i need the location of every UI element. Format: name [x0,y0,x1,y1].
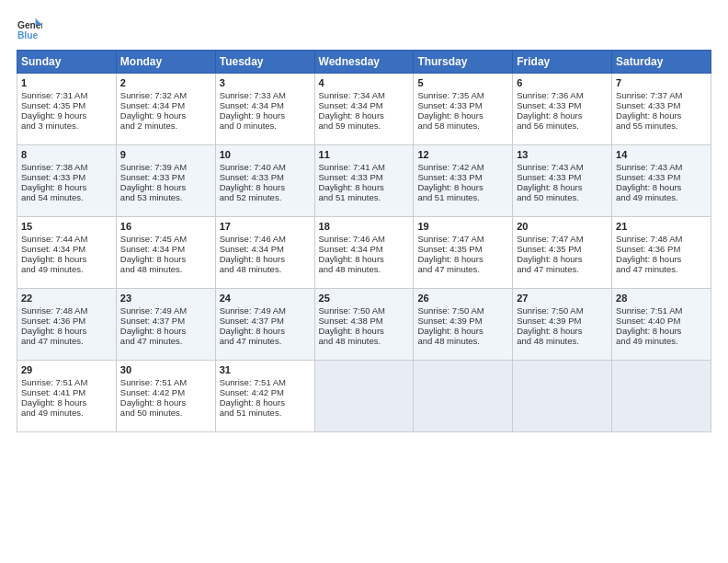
calendar-cell: 4Sunrise: 7:34 AMSunset: 4:34 PMDaylight… [314,74,414,145]
cell-info-line: Daylight: 8 hours [220,397,311,408]
week-row-2: 8Sunrise: 7:38 AMSunset: 4:33 PMDaylight… [17,145,711,217]
cell-info-line: Sunset: 4:34 PM [120,244,211,254]
cell-info-line: Sunset: 4:37 PM [220,316,311,326]
cell-info-line: and 49 minutes. [21,408,112,418]
column-header-saturday: Saturday [612,51,711,74]
calendar-cell [414,361,513,432]
cell-info-line: Sunset: 4:39 PM [517,316,608,326]
day-number: 7 [616,77,707,88]
cell-info-line: and 47 minutes. [517,264,608,274]
calendar-cell: 30Sunrise: 7:51 AMSunset: 4:42 PMDayligh… [116,361,215,432]
column-header-sunday: Sunday [17,51,117,74]
cell-info-line: Sunrise: 7:46 AM [319,234,410,244]
cell-info-line: and 52 minutes. [220,192,311,202]
calendar-table: SundayMondayTuesdayWednesdayThursdayFrid… [17,50,711,432]
cell-info-line: and 49 minutes. [616,192,707,202]
day-number: 5 [417,77,508,88]
cell-info-line: Sunrise: 7:50 AM [417,305,508,316]
cell-info-line: Sunrise: 7:47 AM [417,234,508,244]
cell-info-line: Sunrise: 7:39 AM [120,162,211,172]
cell-info-line: Daylight: 8 hours [120,326,211,336]
cell-info-line: Sunset: 4:33 PM [220,172,311,182]
day-number: 17 [220,221,311,232]
cell-info-line: Sunrise: 7:42 AM [417,162,508,172]
cell-info-line: Daylight: 8 hours [417,326,508,336]
column-header-wednesday: Wednesday [314,51,414,74]
cell-info-line: and 47 minutes. [21,336,112,346]
cell-info-line: Sunrise: 7:36 AM [517,90,608,100]
cell-info-line: and 48 minutes. [517,336,608,346]
calendar-cell: 13Sunrise: 7:43 AMSunset: 4:33 PMDayligh… [513,145,612,217]
cell-info-line: Sunrise: 7:44 AM [21,234,112,244]
cell-info-line: Daylight: 9 hours [120,110,211,121]
day-number: 30 [120,364,211,375]
cell-info-line: Sunset: 4:34 PM [319,244,410,254]
day-number: 12 [417,149,508,160]
cell-info-line: and 49 minutes. [21,264,112,274]
cell-info-line: Sunset: 4:33 PM [517,172,608,182]
day-number: 26 [417,293,508,304]
cell-info-line: Daylight: 8 hours [517,110,608,121]
cell-info-line: Daylight: 8 hours [220,254,311,264]
cell-info-line: and 55 minutes. [616,121,707,131]
cell-info-line: Daylight: 9 hours [220,110,311,121]
header-row: SundayMondayTuesdayWednesdayThursdayFrid… [17,51,711,74]
cell-info-line: and 48 minutes. [120,264,211,274]
day-number: 16 [120,221,211,232]
cell-info-line: and 2 minutes. [120,121,211,131]
cell-info-line: Sunset: 4:34 PM [220,100,311,110]
cell-info-line: Daylight: 8 hours [319,254,410,264]
cell-info-line: Sunrise: 7:48 AM [616,234,707,244]
cell-info-line: Sunset: 4:35 PM [417,244,508,254]
cell-info-line: Sunrise: 7:33 AM [220,90,311,100]
day-number: 23 [120,293,211,304]
cell-info-line: Sunset: 4:34 PM [21,244,112,254]
cell-info-line: Daylight: 8 hours [21,326,112,336]
calendar-cell: 12Sunrise: 7:42 AMSunset: 4:33 PMDayligh… [414,145,513,217]
day-number: 25 [319,293,410,304]
calendar-cell: 24Sunrise: 7:49 AMSunset: 4:37 PMDayligh… [215,289,314,361]
cell-info-line: Sunrise: 7:50 AM [319,305,410,316]
cell-info-line: Sunrise: 7:41 AM [319,162,410,172]
cell-info-line: and 54 minutes. [21,192,112,202]
cell-info-line: Daylight: 8 hours [417,182,508,192]
day-number: 19 [417,221,508,232]
cell-info-line: and 51 minutes. [417,192,508,202]
calendar-cell: 20Sunrise: 7:47 AMSunset: 4:35 PMDayligh… [513,217,612,289]
day-number: 1 [21,77,112,88]
cell-info-line: Sunset: 4:42 PM [220,387,311,397]
week-row-4: 22Sunrise: 7:48 AMSunset: 4:36 PMDayligh… [17,289,711,361]
cell-info-line: Daylight: 8 hours [417,254,508,264]
page: General Blue SundayMondayTuesdayWednesda… [0,0,728,563]
cell-info-line: Sunset: 4:33 PM [616,100,707,110]
cell-info-line: Daylight: 8 hours [120,182,211,192]
calendar-cell: 22Sunrise: 7:48 AMSunset: 4:36 PMDayligh… [17,289,117,361]
day-number: 13 [517,149,608,160]
cell-info-line: Sunrise: 7:37 AM [616,90,707,100]
day-number: 6 [517,77,608,88]
day-number: 27 [517,293,608,304]
day-number: 28 [616,293,707,304]
calendar-cell: 3Sunrise: 7:33 AMSunset: 4:34 PMDaylight… [215,74,314,145]
cell-info-line: Sunrise: 7:50 AM [517,305,608,316]
cell-info-line: Daylight: 8 hours [517,182,608,192]
cell-info-line: Sunrise: 7:51 AM [220,377,311,387]
cell-info-line: Sunset: 4:40 PM [616,316,707,326]
day-number: 31 [220,364,311,375]
day-number: 9 [120,149,211,160]
cell-info-line: Daylight: 8 hours [616,254,707,264]
cell-info-line: Sunrise: 7:51 AM [120,377,211,387]
calendar-cell: 26Sunrise: 7:50 AMSunset: 4:39 PMDayligh… [414,289,513,361]
cell-info-line: and 58 minutes. [417,121,508,131]
day-number: 15 [21,221,112,232]
calendar-cell: 6Sunrise: 7:36 AMSunset: 4:33 PMDaylight… [513,74,612,145]
cell-info-line: Sunset: 4:34 PM [220,244,311,254]
calendar-cell: 7Sunrise: 7:37 AMSunset: 4:33 PMDaylight… [612,74,711,145]
day-number: 24 [220,293,311,304]
cell-info-line: Sunset: 4:38 PM [319,316,410,326]
cell-info-line: Sunrise: 7:38 AM [21,162,112,172]
cell-info-line: Sunrise: 7:46 AM [220,234,311,244]
cell-info-line: Daylight: 8 hours [120,397,211,408]
header: General Blue [17,17,711,42]
cell-info-line: and 48 minutes. [220,264,311,274]
